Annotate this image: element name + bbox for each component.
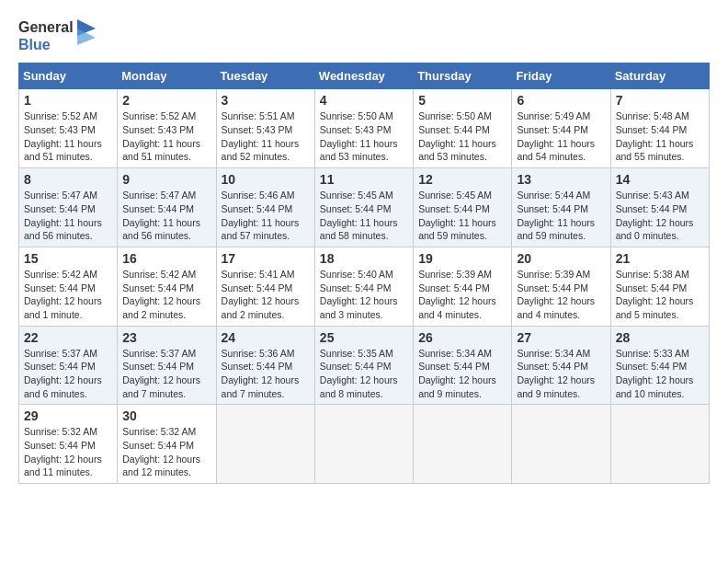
day-number: 17 [222,251,310,266]
day-info: Sunrise: 5:35 AMSunset: 5:44 PMDaylight:… [320,347,408,401]
calendar-table: SundayMondayTuesdayWednesdayThursdayFrid… [18,63,710,484]
weekday-header: Monday [118,63,216,89]
calendar-day-cell: 18Sunrise: 5:40 AMSunset: 5:44 PMDayligh… [314,247,413,326]
calendar-day-cell: 17Sunrise: 5:41 AMSunset: 5:44 PMDayligh… [216,247,314,326]
day-info: Sunrise: 5:45 AMSunset: 5:44 PMDaylight:… [320,189,408,243]
calendar-day-cell: 16Sunrise: 5:42 AMSunset: 5:44 PMDayligh… [118,247,216,326]
calendar-day-cell: 12Sunrise: 5:45 AMSunset: 5:44 PMDayligh… [414,168,512,247]
calendar-week-row: 15Sunrise: 5:42 AMSunset: 5:44 PMDayligh… [19,247,710,326]
day-info: Sunrise: 5:36 AMSunset: 5:44 PMDaylight:… [222,347,310,401]
day-number: 12 [418,172,506,187]
day-number: 10 [222,172,310,187]
weekday-header: Thursday [414,63,512,89]
day-number: 4 [320,93,408,108]
day-number: 28 [616,330,704,345]
day-info: Sunrise: 5:47 AMSunset: 5:44 PMDaylight:… [122,189,210,243]
day-number: 16 [122,251,210,266]
day-info: Sunrise: 5:34 AMSunset: 5:44 PMDaylight:… [418,347,506,401]
day-info: Sunrise: 5:33 AMSunset: 5:44 PMDaylight:… [616,347,704,401]
day-info: Sunrise: 5:51 AMSunset: 5:43 PMDaylight:… [222,109,310,164]
day-number: 6 [517,93,605,108]
calendar-day-cell: 9Sunrise: 5:47 AMSunset: 5:44 PMDaylight… [118,168,216,247]
calendar-day-cell: 3Sunrise: 5:51 AMSunset: 5:43 PMDaylight… [216,89,314,168]
calendar-day-cell [314,405,413,484]
day-info: Sunrise: 5:50 AMSunset: 5:44 PMDaylight:… [418,109,506,164]
calendar-day-cell: 23Sunrise: 5:37 AMSunset: 5:44 PMDayligh… [118,326,216,405]
calendar-week-row: 29Sunrise: 5:32 AMSunset: 5:44 PMDayligh… [19,405,710,484]
weekday-header: Sunday [19,63,118,89]
weekday-header: Tuesday [216,63,314,89]
day-info: Sunrise: 5:40 AMSunset: 5:44 PMDaylight:… [320,268,408,322]
day-number: 30 [122,408,210,423]
day-info: Sunrise: 5:39 AMSunset: 5:44 PMDaylight:… [418,268,506,322]
calendar-day-cell [512,405,610,484]
day-info: Sunrise: 5:38 AMSunset: 5:44 PMDaylight:… [616,268,704,322]
day-info: Sunrise: 5:45 AMSunset: 5:44 PMDaylight:… [418,189,506,243]
calendar-day-cell: 5Sunrise: 5:50 AMSunset: 5:44 PMDaylight… [414,89,512,168]
day-info: Sunrise: 5:42 AMSunset: 5:44 PMDaylight:… [122,268,210,322]
calendar-day-cell: 1Sunrise: 5:52 AMSunset: 5:43 PMDaylight… [19,89,118,168]
weekday-header: Wednesday [314,63,413,89]
calendar-day-cell: 21Sunrise: 5:38 AMSunset: 5:44 PMDayligh… [610,247,709,326]
calendar-day-cell: 6Sunrise: 5:49 AMSunset: 5:44 PMDaylight… [512,89,610,168]
calendar-day-cell: 8Sunrise: 5:47 AMSunset: 5:44 PMDaylight… [19,168,118,247]
calendar-day-cell [414,405,512,484]
day-number: 19 [418,251,506,266]
calendar-day-cell [610,405,709,484]
calendar-day-cell: 7Sunrise: 5:48 AMSunset: 5:44 PMDaylight… [610,89,709,168]
calendar-week-row: 1Sunrise: 5:52 AMSunset: 5:43 PMDaylight… [19,89,710,168]
calendar-day-cell: 24Sunrise: 5:36 AMSunset: 5:44 PMDayligh… [216,326,314,405]
day-info: Sunrise: 5:52 AMSunset: 5:43 PMDaylight:… [24,109,112,164]
day-number: 2 [122,93,210,108]
calendar-day-cell: 10Sunrise: 5:46 AMSunset: 5:44 PMDayligh… [216,168,314,247]
calendar-day-cell [216,405,314,484]
weekday-header: Friday [512,63,610,89]
calendar-day-cell: 30Sunrise: 5:32 AMSunset: 5:44 PMDayligh… [118,405,216,484]
day-number: 15 [24,251,112,266]
day-number: 9 [122,172,210,187]
calendar-day-cell: 28Sunrise: 5:33 AMSunset: 5:44 PMDayligh… [610,326,709,405]
day-number: 13 [517,172,605,187]
day-info: Sunrise: 5:49 AMSunset: 5:44 PMDaylight:… [517,109,605,164]
day-number: 7 [616,93,704,108]
calendar-day-cell: 2Sunrise: 5:52 AMSunset: 5:43 PMDaylight… [118,89,216,168]
day-number: 29 [24,408,112,423]
day-number: 11 [320,172,408,187]
day-number: 8 [24,172,112,187]
calendar-week-row: 22Sunrise: 5:37 AMSunset: 5:44 PMDayligh… [19,326,710,405]
weekday-header-row: SundayMondayTuesdayWednesdayThursdayFrid… [19,63,710,89]
logo-flag-icon [75,19,96,52]
day-number: 22 [24,330,112,345]
day-info: Sunrise: 5:39 AMSunset: 5:44 PMDaylight:… [517,268,605,322]
day-number: 21 [616,251,704,266]
day-info: Sunrise: 5:37 AMSunset: 5:44 PMDaylight:… [122,347,210,401]
calendar-day-cell: 15Sunrise: 5:42 AMSunset: 5:44 PMDayligh… [19,247,118,326]
day-info: Sunrise: 5:52 AMSunset: 5:43 PMDaylight:… [122,109,210,164]
day-info: Sunrise: 5:32 AMSunset: 5:44 PMDaylight:… [24,425,112,479]
day-number: 20 [517,251,605,266]
logo-graphic: General Blue [18,18,96,53]
day-info: Sunrise: 5:41 AMSunset: 5:44 PMDaylight:… [222,268,310,322]
calendar-day-cell: 4Sunrise: 5:50 AMSunset: 5:43 PMDaylight… [314,89,413,168]
day-number: 25 [320,330,408,345]
day-number: 1 [24,93,112,108]
logo: General Blue [18,18,96,53]
day-number: 27 [517,330,605,345]
calendar-day-cell: 14Sunrise: 5:43 AMSunset: 5:44 PMDayligh… [610,168,709,247]
calendar-day-cell: 11Sunrise: 5:45 AMSunset: 5:44 PMDayligh… [314,168,413,247]
page-header: General Blue [18,18,710,53]
day-info: Sunrise: 5:42 AMSunset: 5:44 PMDaylight:… [24,268,112,322]
day-number: 3 [222,93,310,108]
day-number: 18 [320,251,408,266]
day-info: Sunrise: 5:32 AMSunset: 5:44 PMDaylight:… [122,425,210,479]
calendar-week-row: 8Sunrise: 5:47 AMSunset: 5:44 PMDaylight… [19,168,710,247]
day-number: 14 [616,172,704,187]
day-number: 5 [418,93,506,108]
day-number: 24 [222,330,310,345]
day-number: 23 [122,330,210,345]
calendar-day-cell: 29Sunrise: 5:32 AMSunset: 5:44 PMDayligh… [19,405,118,484]
logo-text: General Blue [18,18,74,53]
day-info: Sunrise: 5:44 AMSunset: 5:44 PMDaylight:… [517,189,605,243]
day-info: Sunrise: 5:43 AMSunset: 5:44 PMDaylight:… [616,189,704,243]
calendar-day-cell: 27Sunrise: 5:34 AMSunset: 5:44 PMDayligh… [512,326,610,405]
